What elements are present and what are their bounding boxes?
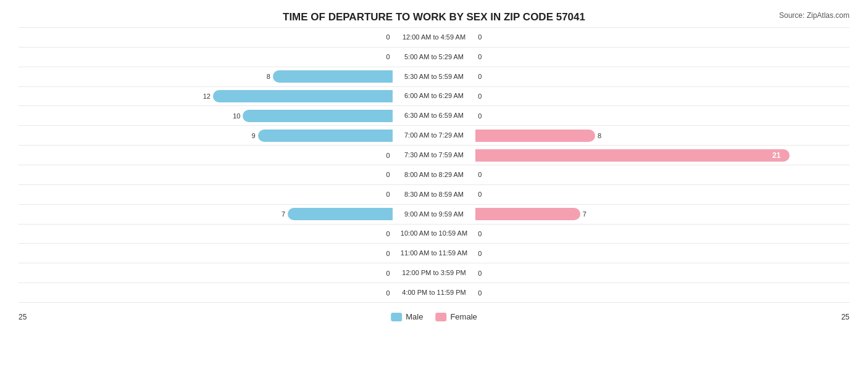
female-value-label: 0 [478, 289, 482, 297]
time-label: 7:30 AM to 7:59 AM [393, 151, 476, 159]
female-bar [475, 130, 595, 142]
male-bar [288, 208, 393, 220]
bar-row: 0 8:30 AM to 8:59 AM 0 [19, 185, 849, 205]
right-side: 0 [475, 263, 849, 282]
female-value-label: 0 [478, 270, 482, 277]
female-value-label: 0 [478, 93, 482, 100]
male-value-label: 0 [386, 270, 390, 277]
legend-male-box [391, 313, 402, 321]
right-side: 21 [475, 146, 849, 165]
female-bar [475, 208, 580, 220]
legend-male: Male [391, 312, 423, 321]
right-side: 0 [475, 185, 849, 204]
axis-left-label: 25 [19, 313, 27, 321]
left-side: 0 [19, 244, 393, 263]
source-text: Source: ZipAtlas.com [779, 11, 849, 20]
time-label: 11:00 AM to 11:59 AM [393, 249, 476, 257]
right-side: 0 [475, 67, 849, 86]
time-label: 5:30 AM to 5:59 AM [393, 73, 476, 81]
female-value-label: 21 [772, 151, 847, 160]
male-value-label: 0 [386, 289, 390, 297]
female-value-label: 0 [478, 250, 482, 257]
female-value-label: 8 [598, 132, 601, 139]
bar-row: 7 9:00 AM to 9:59 AM 7 [19, 205, 849, 225]
female-value-label: 0 [478, 171, 482, 178]
right-side: 0 [475, 283, 849, 302]
left-side: 0 [19, 28, 393, 47]
time-label: 7:00 AM to 7:29 AM [393, 131, 476, 139]
left-side: 0 [19, 283, 393, 302]
bar-row: 12 6:00 AM to 6:29 AM 0 [19, 87, 849, 107]
right-side: 0 [475, 244, 849, 263]
male-value-label: 9 [252, 132, 256, 139]
bar-row: 0 10:00 AM to 10:59 AM 0 [19, 225, 849, 244]
female-value-label: 0 [478, 33, 482, 41]
female-value-label: 0 [478, 191, 482, 198]
legend-female-box [435, 313, 446, 321]
axis-right-label: 25 [841, 313, 849, 321]
bar-row: 0 4:00 PM to 11:59 PM 0 [19, 283, 849, 303]
female-value-label: 0 [478, 53, 482, 60]
chart-container: TIME OF DEPARTURE TO WORK BY SEX IN ZIP … [0, 0, 868, 367]
female-value-label: 0 [478, 112, 482, 120]
female-value-label: 0 [478, 73, 482, 80]
male-bar [273, 70, 393, 83]
female-value-label: 0 [478, 230, 482, 237]
legend-male-label: Male [406, 312, 423, 321]
left-side: 12 [19, 87, 393, 106]
time-label: 4:00 PM to 11:59 PM [393, 289, 476, 297]
left-side: 7 [19, 205, 393, 224]
left-side: 10 [19, 106, 393, 125]
right-side: 7 [475, 205, 849, 224]
female-value-label: 7 [583, 210, 586, 218]
male-value-label: 0 [386, 152, 390, 159]
male-value-label: 0 [386, 171, 390, 178]
female-bar [475, 149, 790, 162]
bar-row: 0 12:00 AM to 4:59 AM 0 [19, 27, 849, 47]
male-value-label: 0 [386, 230, 390, 237]
right-side: 8 [475, 126, 849, 145]
male-bar [243, 110, 392, 122]
bar-row: 10 6:30 AM to 6:59 AM 0 [19, 106, 849, 126]
bar-row: 0 7:30 AM to 7:59 AM 21 [19, 146, 849, 165]
right-side: 0 [475, 47, 849, 67]
left-side: 9 [19, 126, 393, 145]
male-value-label: 12 [203, 93, 211, 100]
right-side: 0 [475, 225, 849, 244]
time-label: 8:30 AM to 8:59 AM [393, 191, 476, 199]
left-side: 0 [19, 185, 393, 204]
bar-row: 8 5:30 AM to 5:59 AM 0 [19, 67, 849, 87]
male-value-label: 0 [386, 33, 390, 41]
chart-title: TIME OF DEPARTURE TO WORK BY SEX IN ZIP … [19, 11, 849, 23]
left-side: 0 [19, 225, 393, 244]
time-label: 8:00 AM to 8:29 AM [393, 171, 476, 179]
bar-row: 0 12:00 PM to 3:59 PM 0 [19, 263, 849, 283]
right-side: 0 [475, 87, 849, 106]
male-value-label: 7 [282, 210, 285, 218]
time-label: 12:00 AM to 4:59 AM [393, 33, 476, 41]
male-bar [213, 90, 393, 102]
rows-container: 0 12:00 AM to 4:59 AM 0 0 5:00 AM to 5:2… [19, 27, 849, 303]
male-value-label: 0 [386, 53, 390, 60]
right-side: 0 [475, 106, 849, 125]
left-side: 0 [19, 47, 393, 67]
bar-row: 0 11:00 AM to 11:59 AM 0 [19, 244, 849, 263]
male-value-label: 10 [233, 112, 240, 120]
chart-area: 0 12:00 AM to 4:59 AM 0 0 5:00 AM to 5:2… [19, 27, 849, 321]
legend-female: Female [435, 312, 477, 321]
left-side: 0 [19, 263, 393, 282]
right-side: 0 [475, 165, 849, 184]
bar-row: 9 7:00 AM to 7:29 AM 8 [19, 126, 849, 146]
time-label: 12:00 PM to 3:59 PM [393, 269, 476, 277]
axis-bottom: 25 Male Female 25 [19, 313, 849, 321]
time-label: 10:00 AM to 10:59 AM [393, 229, 476, 237]
male-value-label: 8 [267, 73, 270, 80]
legend: Male Female [391, 312, 477, 321]
left-side: 0 [19, 165, 393, 184]
legend-female-label: Female [450, 312, 477, 321]
right-side: 0 [475, 28, 849, 47]
male-value-label: 0 [386, 250, 390, 257]
left-side: 0 [19, 146, 393, 165]
time-label: 5:00 AM to 5:29 AM [393, 53, 476, 61]
male-bar [258, 130, 393, 142]
